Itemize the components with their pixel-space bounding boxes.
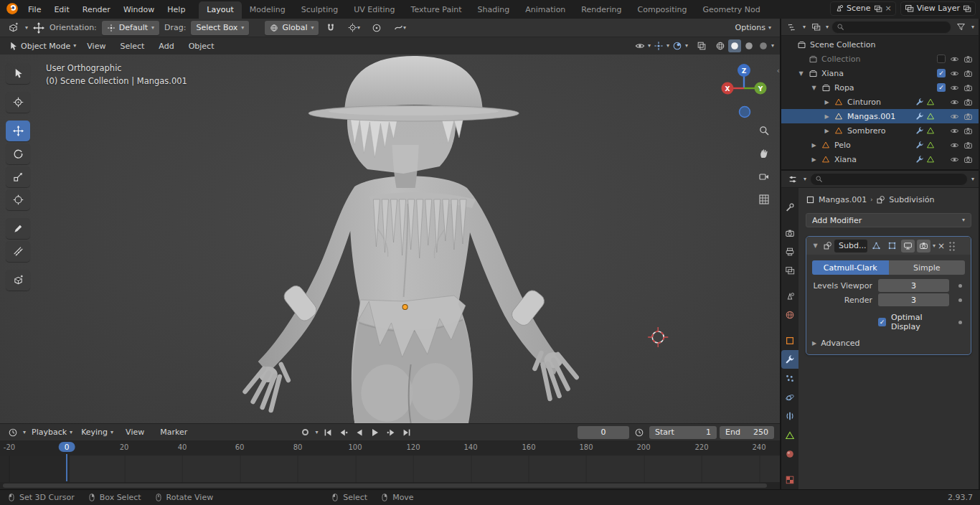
- drag-dropdown[interactable]: Select Box ▾: [191, 21, 249, 35]
- view-layer-selector[interactable]: View Layer: [900, 1, 976, 16]
- 3d-cursor[interactable]: [648, 327, 668, 347]
- play-reverse-button[interactable]: [352, 426, 367, 439]
- render-display-toggle[interactable]: [917, 240, 930, 252]
- xray-toggle[interactable]: [695, 39, 708, 52]
- outliner-row-scene-collection[interactable]: Scene Collection: [781, 37, 979, 52]
- editor-type-properties-button[interactable]: [786, 172, 800, 187]
- tab-layout[interactable]: Layout: [199, 1, 241, 19]
- tab-modifiers[interactable]: [781, 350, 798, 369]
- collapse-icon[interactable]: ▶: [821, 113, 832, 120]
- auto-keying-record-button[interactable]: [298, 425, 312, 440]
- camera-icon[interactable]: [961, 98, 975, 107]
- snap-magnet-toggle[interactable]: [324, 21, 338, 35]
- eye-icon[interactable]: [948, 112, 961, 121]
- tab-tool[interactable]: [781, 198, 798, 217]
- modifier-extras-icon[interactable]: ▾: [933, 243, 936, 249]
- frame-end-field[interactable]: End 250: [720, 426, 774, 439]
- menu-render[interactable]: Render: [76, 3, 117, 16]
- tab-physics[interactable]: [781, 388, 798, 407]
- camera-icon[interactable]: [961, 55, 975, 64]
- render-levels-field[interactable]: 3: [878, 293, 949, 306]
- collection-checkbox[interactable]: ✓: [937, 83, 946, 92]
- optimal-display-checkbox[interactable]: ✓: [878, 318, 886, 326]
- camera-icon[interactable]: [961, 83, 975, 93]
- outliner-row-cinturon[interactable]: ▶ Cinturon: [781, 95, 979, 109]
- shading-material-button[interactable]: [743, 39, 755, 52]
- axis-negative-ball[interactable]: [740, 107, 750, 118]
- camera-icon[interactable]: [961, 141, 975, 150]
- tab-sculpting[interactable]: Sculpting: [293, 1, 346, 19]
- modifier-wrench-icon[interactable]: [915, 98, 924, 106]
- realtime-display-toggle[interactable]: [901, 240, 915, 252]
- tab-object[interactable]: [781, 331, 798, 350]
- tab-object-data[interactable]: [781, 426, 798, 445]
- jump-to-end-button[interactable]: [400, 426, 414, 439]
- add-modifier-dropdown[interactable]: Add Modifier ▾: [806, 213, 971, 227]
- timeline-ruler[interactable]: -20 0 20 40 60 80 100 120 140 160 180 20…: [0, 441, 780, 456]
- scene-selector[interactable]: Scene ×: [830, 1, 896, 16]
- transform-space-dropdown[interactable]: Global ▾: [265, 21, 319, 35]
- show-on-cage-toggle[interactable]: [885, 240, 899, 252]
- tab-render[interactable]: [781, 223, 798, 242]
- tab-compositing[interactable]: Compositing: [630, 1, 695, 19]
- editor-type-timeline-button[interactable]: [6, 425, 20, 440]
- properties-search-input[interactable]: [810, 173, 968, 186]
- mesh-data-icon[interactable]: [926, 98, 935, 106]
- axis-z-label[interactable]: Z: [742, 67, 747, 75]
- tab-modeling[interactable]: Modeling: [242, 1, 293, 19]
- 3d-viewport[interactable]: Object Mode ▾ View Select Add Object ▾ ▾…: [0, 37, 780, 423]
- levels-viewport-field[interactable]: 3: [878, 279, 949, 292]
- outliner-search-input[interactable]: [831, 21, 951, 34]
- object-origin-point[interactable]: [402, 305, 407, 310]
- animate-dot-icon[interactable]: [958, 298, 962, 302]
- outliner-row-xiana-object[interactable]: ▶ Xiana: [781, 152, 979, 166]
- eye-icon[interactable]: [948, 69, 961, 78]
- current-frame-line[interactable]: [66, 454, 67, 481]
- menu-view[interactable]: View: [80, 39, 112, 53]
- select-box-tool[interactable]: [6, 63, 30, 84]
- tab-texture-paint[interactable]: Texture Paint: [403, 1, 470, 19]
- add-cube-tool[interactable]: [6, 270, 30, 291]
- play-button[interactable]: [368, 426, 382, 439]
- tab-particles[interactable]: [781, 369, 798, 387]
- annotate-tool[interactable]: [6, 218, 30, 239]
- rotate-tool[interactable]: [6, 143, 30, 164]
- breadcrumb-object[interactable]: Mangas.001: [819, 195, 867, 204]
- use-preview-range-button[interactable]: [632, 425, 646, 440]
- expand-icon[interactable]: ▼: [810, 242, 821, 249]
- collapse-icon[interactable]: ▶: [821, 99, 832, 105]
- menu-select[interactable]: Select: [113, 39, 151, 53]
- eye-icon[interactable]: [948, 98, 961, 107]
- outliner-display-mode-button[interactable]: [809, 20, 823, 34]
- cursor-tool[interactable]: [6, 92, 30, 113]
- outliner-row-mangas-001[interactable]: ▶ Mangas.001: [781, 109, 979, 123]
- shading-rendered-button[interactable]: [757, 39, 770, 52]
- advanced-section-toggle[interactable]: ▶ Advanced: [812, 339, 965, 348]
- tab-view-layer[interactable]: [781, 261, 798, 280]
- playback-menu[interactable]: Playback ▾: [29, 428, 75, 437]
- eye-icon[interactable]: [948, 55, 961, 64]
- collection-checkbox[interactable]: [937, 55, 946, 63]
- camera-icon[interactable]: [961, 69, 975, 78]
- breadcrumb-modifier[interactable]: Subdivisión: [889, 195, 934, 204]
- tab-output[interactable]: [781, 242, 798, 261]
- eye-icon[interactable]: [948, 83, 961, 93]
- modifier-wrench-icon[interactable]: [915, 141, 924, 149]
- modifier-wrench-icon[interactable]: [915, 112, 924, 121]
- show-edit-mode-toggle[interactable]: [870, 240, 883, 252]
- options-dropdown[interactable]: Options ▾: [732, 23, 774, 32]
- editor-type-outliner-button[interactable]: [786, 20, 800, 34]
- camera-icon[interactable]: [961, 112, 975, 121]
- menu-window[interactable]: Window: [117, 3, 161, 16]
- mode-dropdown[interactable]: Object Mode ▾: [6, 42, 79, 51]
- menu-help[interactable]: Help: [161, 3, 192, 16]
- collection-checkbox[interactable]: ✓: [937, 69, 946, 77]
- navigation-gizmo[interactable]: Z X Y: [721, 62, 767, 122]
- expand-icon[interactable]: ▼: [796, 70, 806, 77]
- collapse-icon[interactable]: ▶: [809, 156, 819, 163]
- menu-file[interactable]: File: [22, 3, 47, 16]
- mesh-data-icon[interactable]: [926, 155, 935, 164]
- catmull-clark-button[interactable]: Catmull-Clark: [812, 260, 889, 275]
- collapse-icon[interactable]: ▶: [809, 142, 819, 148]
- axis-x-label[interactable]: X: [725, 85, 730, 93]
